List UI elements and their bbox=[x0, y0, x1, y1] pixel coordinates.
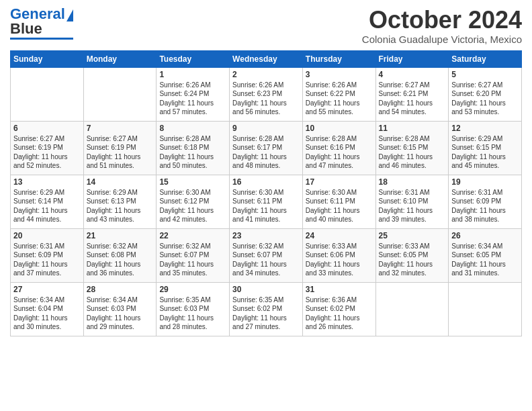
calendar-cell: 21Sunrise: 6:32 AM Sunset: 6:08 PM Dayli… bbox=[83, 228, 157, 282]
header: General Blue October 2024 Colonia Guadal… bbox=[10, 7, 522, 45]
day-number: 9 bbox=[232, 124, 300, 133]
day-number: 24 bbox=[306, 231, 373, 240]
day-info: Sunrise: 6:27 AM Sunset: 6:19 PM Dayligh… bbox=[87, 134, 154, 171]
day-info: Sunrise: 6:32 AM Sunset: 6:08 PM Dayligh… bbox=[87, 242, 154, 278]
calendar-header-row: SundayMondayTuesdayWednesdayThursdayFrid… bbox=[11, 50, 522, 67]
day-info: Sunrise: 6:26 AM Sunset: 6:22 PM Dayligh… bbox=[306, 81, 373, 117]
header-saturday: Saturday bbox=[449, 50, 522, 67]
calendar-cell: 7Sunrise: 6:27 AM Sunset: 6:19 PM Daylig… bbox=[83, 121, 157, 175]
logo: General Blue bbox=[10, 7, 73, 40]
day-number: 3 bbox=[306, 70, 373, 79]
day-info: Sunrise: 6:29 AM Sunset: 6:14 PM Dayligh… bbox=[13, 188, 81, 224]
day-number: 1 bbox=[159, 70, 226, 79]
day-number: 11 bbox=[379, 124, 446, 133]
calendar-cell: 12Sunrise: 6:29 AM Sunset: 6:15 PM Dayli… bbox=[449, 121, 522, 175]
calendar-cell: 10Sunrise: 6:28 AM Sunset: 6:16 PM Dayli… bbox=[302, 121, 375, 175]
header-monday: Monday bbox=[83, 50, 157, 67]
day-number: 20 bbox=[13, 231, 81, 240]
day-info: Sunrise: 6:30 AM Sunset: 6:11 PM Dayligh… bbox=[232, 188, 300, 224]
calendar-cell: 26Sunrise: 6:34 AM Sunset: 6:05 PM Dayli… bbox=[449, 228, 522, 282]
day-info: Sunrise: 6:30 AM Sunset: 6:11 PM Dayligh… bbox=[306, 188, 373, 224]
day-number: 26 bbox=[451, 231, 519, 240]
day-info: Sunrise: 6:34 AM Sunset: 6:05 PM Dayligh… bbox=[451, 242, 519, 278]
day-info: Sunrise: 6:29 AM Sunset: 6:15 PM Dayligh… bbox=[451, 134, 519, 171]
calendar-cell: 30Sunrise: 6:35 AM Sunset: 6:02 PM Dayli… bbox=[230, 282, 303, 336]
calendar-cell: 14Sunrise: 6:29 AM Sunset: 6:13 PM Dayli… bbox=[83, 175, 157, 228]
day-number: 23 bbox=[232, 231, 300, 240]
day-info: Sunrise: 6:29 AM Sunset: 6:13 PM Dayligh… bbox=[87, 188, 154, 224]
day-info: Sunrise: 6:27 AM Sunset: 6:21 PM Dayligh… bbox=[379, 81, 446, 117]
day-info: Sunrise: 6:32 AM Sunset: 6:07 PM Dayligh… bbox=[232, 242, 300, 278]
day-info: Sunrise: 6:27 AM Sunset: 6:19 PM Dayligh… bbox=[13, 134, 81, 171]
calendar-cell: 28Sunrise: 6:34 AM Sunset: 6:03 PM Dayli… bbox=[83, 282, 157, 336]
logo-underline bbox=[10, 38, 73, 40]
day-number: 7 bbox=[87, 124, 154, 133]
calendar-table: SundayMondayTuesdayWednesdayThursdayFrid… bbox=[10, 50, 522, 336]
day-info: Sunrise: 6:31 AM Sunset: 6:09 PM Dayligh… bbox=[451, 188, 519, 224]
calendar-cell: 24Sunrise: 6:33 AM Sunset: 6:06 PM Dayli… bbox=[302, 228, 375, 282]
day-info: Sunrise: 6:33 AM Sunset: 6:05 PM Dayligh… bbox=[379, 242, 446, 278]
day-info: Sunrise: 6:26 AM Sunset: 6:24 PM Dayligh… bbox=[159, 81, 226, 117]
calendar-week-row: 27Sunrise: 6:34 AM Sunset: 6:04 PM Dayli… bbox=[11, 282, 522, 336]
page-container: General Blue October 2024 Colonia Guadal… bbox=[0, 0, 532, 343]
calendar-cell: 2Sunrise: 6:26 AM Sunset: 6:23 PM Daylig… bbox=[230, 67, 303, 121]
calendar-cell: 5Sunrise: 6:27 AM Sunset: 6:20 PM Daylig… bbox=[449, 67, 522, 121]
calendar-cell: 19Sunrise: 6:31 AM Sunset: 6:09 PM Dayli… bbox=[449, 175, 522, 228]
logo-blue: Blue bbox=[10, 21, 42, 36]
header-sunday: Sunday bbox=[11, 50, 84, 67]
day-number: 12 bbox=[451, 124, 519, 133]
day-info: Sunrise: 6:26 AM Sunset: 6:23 PM Dayligh… bbox=[232, 81, 300, 117]
day-info: Sunrise: 6:28 AM Sunset: 6:16 PM Dayligh… bbox=[306, 134, 373, 171]
calendar-cell: 16Sunrise: 6:30 AM Sunset: 6:11 PM Dayli… bbox=[230, 175, 303, 228]
day-number: 8 bbox=[159, 124, 226, 133]
day-info: Sunrise: 6:36 AM Sunset: 6:02 PM Dayligh… bbox=[306, 295, 373, 332]
calendar-cell: 11Sunrise: 6:28 AM Sunset: 6:15 PM Dayli… bbox=[375, 121, 449, 175]
day-info: Sunrise: 6:32 AM Sunset: 6:07 PM Dayligh… bbox=[159, 242, 226, 278]
day-number: 14 bbox=[87, 177, 154, 187]
header-wednesday: Wednesday bbox=[230, 50, 303, 67]
day-number: 6 bbox=[13, 124, 81, 133]
logo-general: General bbox=[10, 7, 65, 21]
day-number: 28 bbox=[87, 285, 154, 294]
calendar-cell: 6Sunrise: 6:27 AM Sunset: 6:19 PM Daylig… bbox=[11, 121, 84, 175]
calendar-cell bbox=[11, 67, 84, 121]
calendar-cell: 31Sunrise: 6:36 AM Sunset: 6:02 PM Dayli… bbox=[302, 282, 375, 336]
day-number: 18 bbox=[379, 177, 446, 187]
day-info: Sunrise: 6:28 AM Sunset: 6:18 PM Dayligh… bbox=[159, 134, 226, 171]
day-number: 19 bbox=[451, 177, 519, 187]
day-number: 31 bbox=[306, 285, 373, 294]
day-number: 5 bbox=[451, 70, 519, 79]
calendar-cell bbox=[83, 67, 157, 121]
day-number: 22 bbox=[159, 231, 226, 240]
day-number: 21 bbox=[87, 231, 154, 240]
calendar-cell: 3Sunrise: 6:26 AM Sunset: 6:22 PM Daylig… bbox=[302, 67, 375, 121]
calendar-cell: 8Sunrise: 6:28 AM Sunset: 6:18 PM Daylig… bbox=[157, 121, 230, 175]
calendar-cell: 17Sunrise: 6:30 AM Sunset: 6:11 PM Dayli… bbox=[302, 175, 375, 228]
day-info: Sunrise: 6:35 AM Sunset: 6:02 PM Dayligh… bbox=[232, 295, 300, 332]
day-info: Sunrise: 6:31 AM Sunset: 6:10 PM Dayligh… bbox=[379, 188, 446, 224]
day-info: Sunrise: 6:28 AM Sunset: 6:17 PM Dayligh… bbox=[232, 134, 300, 171]
day-number: 15 bbox=[159, 177, 226, 187]
header-thursday: Thursday bbox=[302, 50, 375, 67]
day-number: 16 bbox=[232, 177, 300, 187]
calendar-week-row: 6Sunrise: 6:27 AM Sunset: 6:19 PM Daylig… bbox=[11, 121, 522, 175]
calendar-cell bbox=[449, 282, 522, 336]
calendar-week-row: 13Sunrise: 6:29 AM Sunset: 6:14 PM Dayli… bbox=[11, 175, 522, 228]
day-number: 29 bbox=[159, 285, 226, 294]
day-number: 4 bbox=[379, 70, 446, 79]
month-title: October 2024 bbox=[362, 7, 522, 34]
day-info: Sunrise: 6:30 AM Sunset: 6:12 PM Dayligh… bbox=[159, 188, 226, 224]
day-number: 30 bbox=[232, 285, 300, 294]
header-friday: Friday bbox=[375, 50, 449, 67]
logo-triangle-icon bbox=[66, 9, 73, 21]
calendar-cell: 1Sunrise: 6:26 AM Sunset: 6:24 PM Daylig… bbox=[157, 67, 230, 121]
calendar-cell: 23Sunrise: 6:32 AM Sunset: 6:07 PM Dayli… bbox=[230, 228, 303, 282]
day-number: 25 bbox=[379, 231, 446, 240]
calendar-cell: 4Sunrise: 6:27 AM Sunset: 6:21 PM Daylig… bbox=[375, 67, 449, 121]
day-number: 17 bbox=[306, 177, 373, 187]
calendar-cell: 15Sunrise: 6:30 AM Sunset: 6:12 PM Dayli… bbox=[157, 175, 230, 228]
calendar-cell: 18Sunrise: 6:31 AM Sunset: 6:10 PM Dayli… bbox=[375, 175, 449, 228]
day-info: Sunrise: 6:34 AM Sunset: 6:03 PM Dayligh… bbox=[87, 295, 154, 332]
calendar-cell: 29Sunrise: 6:35 AM Sunset: 6:03 PM Dayli… bbox=[157, 282, 230, 336]
location-title: Colonia Guadalupe Victoria, Mexico bbox=[362, 34, 522, 45]
